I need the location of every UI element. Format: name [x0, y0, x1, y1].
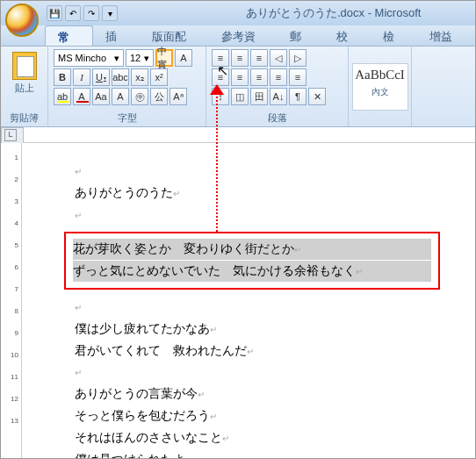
- phonetic-guide-button[interactable]: 中實: [155, 49, 173, 67]
- paragraph: ↵: [75, 161, 466, 182]
- ruler-tick: 10: [8, 351, 18, 359]
- window-title: ありがとうのうた.docx - Microsoft: [246, 5, 421, 21]
- ruler-tick: 6: [8, 263, 18, 271]
- save-button[interactable]: 💾: [47, 5, 62, 21]
- clipboard-group: 貼上 剪貼簿: [1, 47, 48, 126]
- ribbon: 貼上 剪貼簿 MS Mincho▾ 12▾ 中實 A B I U▾ abc x₂…: [1, 47, 475, 127]
- tab-review[interactable]: 校閱: [324, 25, 371, 46]
- styles-group: AaBbCcI 內文: [349, 47, 412, 126]
- underline-button[interactable]: U▾: [92, 68, 110, 86]
- ruler-tick: 2: [8, 176, 18, 183]
- font-color-button[interactable]: A: [73, 88, 90, 105]
- tab-mail[interactable]: 郵件: [278, 25, 324, 46]
- ribbon-tabs: 常用 插入 版面配置 參考資料 郵件 校閱 檢視 增益集: [1, 25, 475, 47]
- strike-button[interactable]: abc: [112, 68, 129, 86]
- style-normal[interactable]: AaBbCcI 內文: [352, 63, 408, 111]
- document-area: 1 2 3 4 5 6 7 8 9 10 11 12 13 ↵ ありがとうのうた…: [1, 143, 475, 459]
- paragraph: ↵: [75, 204, 466, 226]
- paragraph-group-label: 段落: [206, 111, 348, 125]
- align-right-button[interactable]: ≡: [250, 68, 268, 86]
- annotation-arrow-head: [210, 84, 224, 95]
- multilevel-button[interactable]: ≡: [250, 49, 268, 67]
- clipboard-icon: [12, 52, 37, 80]
- ruler-tick: 3: [8, 197, 18, 205]
- tab-selector[interactable]: L: [4, 129, 17, 141]
- clear-format-button[interactable]: Aᵃ: [169, 88, 187, 105]
- tab-home[interactable]: 常用: [45, 25, 93, 46]
- numbering-button[interactable]: ≡: [231, 49, 249, 67]
- font-size-combo[interactable]: 12▾: [126, 49, 154, 67]
- undo-button[interactable]: ↶: [65, 5, 81, 21]
- borders-button[interactable]: 田: [250, 88, 268, 105]
- qat-more-button[interactable]: ▾: [102, 5, 118, 21]
- font-name-combo[interactable]: MS Mincho▾: [54, 49, 124, 67]
- paragraph: 僕は少し疲れてたかなあ↵: [75, 319, 466, 340]
- font-group: MS Mincho▾ 12▾ 中實 A B I U▾ abc x₂ x² ab …: [48, 47, 206, 126]
- tab-references[interactable]: 參考資料: [209, 25, 278, 46]
- paste-label: 貼上: [15, 82, 34, 93]
- decrease-indent-button[interactable]: ◁: [270, 49, 287, 67]
- document-page[interactable]: ↵ ありがとうのうた↵ ↵ 花が芽吹く姿とか 変わりゆく街だとか↵ ずっと気にと…: [22, 143, 475, 459]
- paragraph: ありがとうのうた↵: [75, 183, 466, 204]
- ruler-tick: 5: [8, 241, 18, 249]
- char-scaling-button[interactable]: A: [112, 88, 129, 105]
- ruler-tick: 12: [8, 395, 18, 403]
- ruler-tick: 4: [8, 219, 18, 227]
- superscript-button[interactable]: x²: [150, 68, 168, 86]
- font-group-label: 字型: [48, 111, 206, 125]
- annotation-arrow-line: [216, 90, 218, 232]
- sort-button[interactable]: A↓: [270, 88, 287, 105]
- selection-highlight-box: 花が芽吹く姿とか 変わりゆく街だとか↵ ずっと気にとめないでいた 気にかける余裕…: [64, 232, 440, 290]
- ruler-tick: 7: [8, 285, 18, 293]
- shading-button[interactable]: ◫: [231, 88, 249, 105]
- tab-insert[interactable]: 插入: [93, 25, 140, 46]
- style-sample: AaBbCcI: [355, 68, 406, 82]
- enclose-char-button[interactable]: ㊥: [131, 88, 148, 105]
- office-button[interactable]: [5, 4, 39, 37]
- redo-button[interactable]: ↷: [83, 5, 99, 21]
- ruler-tick: 13: [8, 417, 18, 425]
- paragraph: それはほんのささいなこと↵: [75, 427, 466, 448]
- title-bar: 💾 ↶ ↷ ▾ ありがとうのうた.docx - Microsoft: [1, 1, 475, 25]
- asian-para-button[interactable]: ✕: [308, 88, 326, 105]
- ruler-tick: 9: [8, 329, 18, 337]
- ruler-tick: 1: [8, 154, 18, 161]
- ruler-tick: 11: [8, 373, 18, 381]
- highlight-button[interactable]: ab: [54, 88, 71, 105]
- char-border-button[interactable]: A: [175, 49, 192, 67]
- distribute-button[interactable]: ≡: [289, 68, 307, 86]
- ruler-tick: 8: [8, 307, 18, 315]
- cursor-icon: ↖: [217, 62, 228, 79]
- horizontal-ruler[interactable]: L: [22, 127, 475, 143]
- paragraph: ↵: [75, 362, 466, 383]
- tab-layout[interactable]: 版面配置: [140, 25, 208, 46]
- increase-indent-button[interactable]: ▷: [289, 49, 307, 67]
- justify-button[interactable]: ≡: [270, 68, 287, 86]
- paragraph: 君がいてくれて 救われたんだ↵: [75, 341, 466, 362]
- paragraph: そっと僕らを包むだろう↵: [75, 405, 466, 427]
- show-marks-button[interactable]: ¶: [289, 88, 307, 105]
- paragraph: ありがとうの言葉が今↵: [75, 384, 466, 405]
- quick-access-toolbar: 💾 ↶ ↷ ▾: [47, 5, 118, 21]
- asian-layout-button[interactable]: 公: [150, 88, 168, 105]
- change-case-button[interactable]: Aa: [92, 88, 110, 105]
- paragraph-selected: 花が芽吹く姿とか 変わりゆく街だとか↵: [73, 239, 431, 260]
- paragraph-group: ≡ ≡ ≡ ◁ ▷ ≡ ≡ ≡ ≡ ≡ ↕ ◫ 田 A↓ ¶ ✕ 段落: [206, 47, 349, 126]
- clipboard-group-label: 剪貼簿: [1, 111, 47, 125]
- paragraph: ↵: [75, 297, 466, 318]
- tab-addins[interactable]: 增益集: [417, 25, 475, 46]
- bold-button[interactable]: B: [54, 68, 71, 86]
- tab-view[interactable]: 檢視: [371, 25, 417, 46]
- italic-button[interactable]: I: [73, 68, 90, 86]
- subscript-button[interactable]: x₂: [131, 68, 148, 86]
- align-center-button[interactable]: ≡: [231, 68, 249, 86]
- style-label: 內文: [355, 86, 406, 98]
- paragraph-selected: ずっと気にとめないでいた 気にかける余裕もなく↵: [73, 261, 431, 282]
- vertical-ruler[interactable]: 1 2 3 4 5 6 7 8 9 10 11 12 13: [1, 143, 22, 459]
- paragraph: 僕は見つけられたよ↵: [75, 449, 466, 459]
- paste-button[interactable]: 貼上: [6, 49, 43, 100]
